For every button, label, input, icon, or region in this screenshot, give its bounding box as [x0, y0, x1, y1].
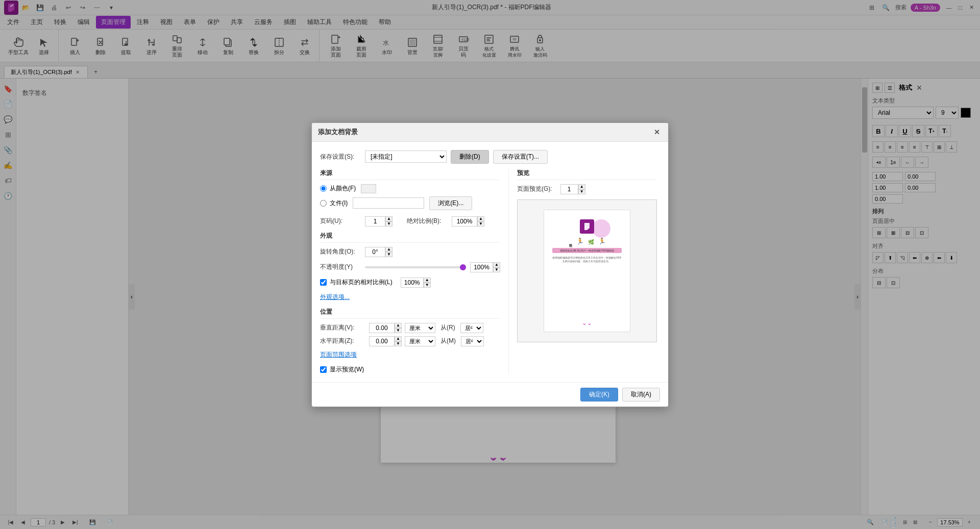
vertical-down[interactable]: ▼: [395, 328, 402, 333]
vertical-spin: ▲ ▼: [369, 323, 402, 333]
page-preview-up[interactable]: ▲: [578, 184, 585, 189]
page-spin: ▲ ▼: [365, 216, 393, 226]
page-spin-up[interactable]: ▲: [385, 216, 393, 221]
page-label: 页码(U):: [320, 217, 361, 225]
preview-circle: [592, 219, 610, 238]
preview-box: 欢迎来到福昕 🏃 🌿 🏃 感谢您如全球6.5亿用户一样使用福昕PDF编辑器: [517, 199, 657, 342]
preview-section-title: 预览: [517, 169, 657, 180]
dialog-footer: 确定(K) 取消(A): [312, 382, 668, 407]
save-settings-row: 保存设置(S): [未指定] 删除(D) 保存设置(T)...: [320, 150, 660, 164]
opacity-down[interactable]: ▼: [493, 267, 500, 272]
preview-arrows: ⌄⌄: [582, 319, 592, 326]
horizontal-row: 水平距离(Z): ▲ ▼ 厘米 英寸 从(M): [320, 336, 500, 346]
preview-banner: 感谢您如全球6.5亿用户一样使用福昕PDF编辑器: [552, 248, 622, 254]
rotation-input[interactable]: [365, 247, 385, 257]
opacity-up[interactable]: ▲: [493, 262, 500, 267]
position-section-title: 位置: [320, 308, 500, 319]
page-preview-row: 页面预览(G): ▲ ▼: [517, 184, 657, 194]
dialog-title-bar: 添加文档背景 ✕: [312, 123, 668, 142]
add-background-dialog: 添加文档背景 ✕ 保存设置(S): [未指定] 删除(D) 保存设置(T)...…: [311, 122, 669, 407]
cancel-btn[interactable]: 取消(A): [622, 388, 660, 401]
rel-scale-up[interactable]: ▲: [424, 278, 431, 283]
rotation-spin-btns: ▲ ▼: [385, 247, 393, 257]
color-picker[interactable]: [361, 184, 376, 193]
file-radio[interactable]: [320, 200, 327, 207]
dialog-right-column: 预览 页面预览(G): ▲ ▼: [509, 169, 657, 374]
vertical-from-select[interactable]: 居中 顶部 底部: [460, 323, 483, 333]
color-radio[interactable]: [320, 185, 327, 192]
file-radio-label: 文件(I): [330, 199, 348, 208]
page-range-link[interactable]: 页面范围选项: [320, 351, 357, 358]
dialog-close-btn[interactable]: ✕: [652, 127, 662, 137]
horizontal-input[interactable]: [369, 336, 395, 346]
relative-scale-row: 与目标页的相对比例(L) ▲ ▼: [320, 278, 500, 288]
preview-inner: 欢迎来到福昕 🏃 🌿 🏃 感谢您如全球6.5亿用户一样使用福昕PDF编辑器: [544, 210, 630, 332]
figure-left: 🏃: [576, 238, 584, 245]
rotation-down[interactable]: ▼: [385, 252, 393, 257]
opacity-slider-container: [365, 266, 466, 268]
color-radio-label: 从颜色(F): [330, 184, 356, 193]
vertical-up[interactable]: ▲: [395, 323, 402, 328]
page-preview-down[interactable]: ▼: [578, 189, 585, 194]
rel-scale-down[interactable]: ▼: [424, 283, 431, 288]
horizontal-from-select[interactable]: 居中 左 右: [461, 336, 484, 346]
preview-top-area: [548, 219, 626, 234]
vertical-row: 垂直距离(V): ▲ ▼ 厘米 英寸 从(R): [320, 323, 500, 333]
more-options-container: 外观选项...: [320, 293, 500, 301]
rel-scale-input[interactable]: [401, 278, 424, 288]
rotation-up[interactable]: ▲: [385, 247, 393, 252]
opacity-label: 不透明度(Y): [320, 263, 361, 271]
relative-scale-checkbox-item: 与目标页的相对比例(L): [320, 278, 393, 287]
dialog-main-content: 来源 从颜色(F) 文件(I) 浏览(E)...: [320, 169, 660, 374]
preview-figures: 🏃 🌿 🏃: [576, 238, 606, 245]
rotation-row: 旋转角度(O): ▲ ▼: [320, 247, 500, 257]
opacity-slider[interactable]: [365, 266, 466, 268]
relative-scale-checkbox[interactable]: [320, 279, 327, 286]
rel-scale-spin-btns: ▲ ▼: [424, 278, 431, 288]
save-settings-label: 保存设置(S):: [320, 153, 361, 161]
scale-label: 绝对比例(B):: [407, 217, 448, 225]
from-h-label: 从(M): [438, 337, 458, 345]
preview-description: 使用福昕编辑器可以帮助您在日常工作生活中，快速解决PDF文档方面的问题，高效工作…: [552, 256, 622, 263]
horizontal-up[interactable]: ▲: [395, 336, 402, 341]
page-value-input[interactable]: [365, 216, 385, 226]
horizontal-unit-select[interactable]: 厘米 英寸: [405, 336, 435, 346]
source-section-title: 来源: [320, 169, 500, 180]
delete-settings-btn[interactable]: 删除(D): [451, 150, 489, 164]
save-settings-select[interactable]: [未指定]: [365, 150, 447, 163]
page-spin-down[interactable]: ▼: [385, 221, 393, 226]
file-path-input[interactable]: [353, 197, 424, 209]
page-preview-label: 页面预览(G):: [517, 185, 552, 193]
confirm-btn[interactable]: 确定(K): [580, 388, 618, 401]
horizontal-spin-btns: ▲ ▼: [395, 336, 402, 346]
page-preview-input[interactable]: [560, 184, 578, 194]
vertical-spin-btns: ▲ ▼: [395, 323, 402, 333]
vertical-unit-select[interactable]: 厘米 英寸: [405, 323, 435, 333]
show-preview-label: 显示预览(W): [330, 365, 364, 374]
horizontal-label: 水平距离(Z):: [320, 337, 366, 345]
show-preview-checkbox[interactable]: [320, 366, 327, 373]
scale-spin-down[interactable]: ▼: [477, 221, 484, 226]
page-spin-btns: ▲ ▼: [385, 216, 393, 226]
dialog-body: 保存设置(S): [未指定] 删除(D) 保存设置(T)... 来源 从颜色: [312, 142, 668, 382]
appearance-section-title: 外观: [320, 232, 500, 243]
horizontal-down[interactable]: ▼: [395, 341, 402, 346]
more-options-link[interactable]: 外观选项...: [320, 293, 350, 300]
dialog-overlay: 添加文档背景 ✕ 保存设置(S): [未指定] 删除(D) 保存设置(T)...…: [0, 0, 980, 529]
rel-scale-spin: ▲ ▼: [401, 278, 431, 288]
page-scale-row: 页码(U): ▲ ▼ 绝对比例(B): ▲: [320, 216, 500, 226]
leaf-icon: 🌿: [588, 239, 594, 245]
file-radio-item: 文件(I) 浏览(E)...: [320, 196, 500, 210]
relative-scale-label: 与目标页的相对比例(L): [330, 278, 393, 287]
scale-value-input[interactable]: [452, 216, 477, 226]
browse-btn[interactable]: 浏览(E)...: [429, 196, 472, 210]
opacity-value-input[interactable]: [470, 262, 493, 272]
opacity-row: 不透明度(Y) ▲ ▼: [320, 262, 500, 272]
opacity-spin-btns: ▲ ▼: [493, 262, 500, 272]
page-range-container: 页面范围选项: [320, 350, 500, 359]
save-settings-btn[interactable]: 保存设置(T)...: [493, 150, 548, 164]
vertical-input[interactable]: [369, 323, 395, 333]
show-preview-container: 显示预览(W): [320, 365, 500, 374]
scale-spin: ▲ ▼: [452, 216, 484, 226]
scale-spin-up[interactable]: ▲: [477, 216, 484, 221]
